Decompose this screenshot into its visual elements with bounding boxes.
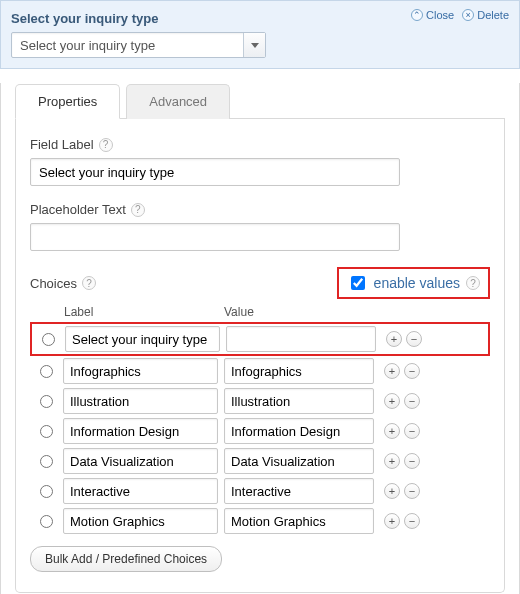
choice-default-radio[interactable] — [40, 365, 53, 378]
remove-choice-button[interactable]: − — [404, 513, 420, 529]
placeholder-row: Placeholder Text ? — [30, 202, 490, 251]
choice-value-input[interactable] — [226, 326, 376, 352]
choices-section: Choices ? enable values ? Label Value +−… — [30, 267, 490, 572]
choice-value-input[interactable] — [224, 388, 374, 414]
preview-dropdown-value: Select your inquiry type — [12, 38, 243, 53]
choice-default-radio[interactable] — [40, 455, 53, 468]
choice-value-input[interactable] — [224, 448, 374, 474]
choice-columns: Label Value — [30, 305, 490, 319]
choices-title: Choices — [30, 276, 77, 291]
field-label-input[interactable] — [30, 158, 400, 186]
choice-default-radio[interactable] — [40, 515, 53, 528]
tab-content-properties: Field Label ? Placeholder Text ? Choices… — [15, 119, 505, 593]
choice-label-input[interactable] — [65, 326, 220, 352]
add-choice-button[interactable]: + — [386, 331, 402, 347]
add-choice-button[interactable]: + — [384, 423, 400, 439]
help-icon[interactable]: ? — [466, 276, 480, 290]
delete-label: Delete — [477, 9, 509, 21]
panel-title: Select your inquiry type — [11, 11, 158, 26]
tab-advanced[interactable]: Advanced — [126, 84, 230, 119]
add-choice-button[interactable]: + — [384, 363, 400, 379]
choice-label-input[interactable] — [63, 418, 218, 444]
delete-button[interactable]: × Delete — [462, 9, 509, 21]
remove-choice-button[interactable]: − — [404, 423, 420, 439]
remove-choice-button[interactable]: − — [404, 483, 420, 499]
field-label-title: Field Label — [30, 137, 94, 152]
choice-row-actions: +− — [384, 483, 420, 499]
col-label-header: Label — [64, 305, 224, 319]
close-icon: × — [462, 9, 474, 21]
choice-row-actions: +− — [384, 423, 420, 439]
caret-up-icon: ⌃ — [411, 9, 423, 21]
choice-label-input[interactable] — [63, 448, 218, 474]
choice-row-actions: +− — [386, 331, 422, 347]
panel-actions: ⌃ Close × Delete — [411, 9, 509, 21]
placeholder-input[interactable] — [30, 223, 400, 251]
remove-choice-button[interactable]: − — [404, 363, 420, 379]
placeholder-title-wrap: Placeholder Text ? — [30, 202, 490, 217]
choice-row: +− — [30, 386, 490, 416]
choice-value-input[interactable] — [224, 478, 374, 504]
choice-row-actions: +− — [384, 393, 420, 409]
choice-label-input[interactable] — [63, 358, 218, 384]
choice-row: +− — [30, 446, 490, 476]
config-body: Properties Advanced Field Label ? Placeh… — [0, 83, 520, 594]
tab-properties[interactable]: Properties — [15, 84, 120, 119]
close-button[interactable]: ⌃ Close — [411, 9, 454, 21]
field-config-panel: Select your inquiry type ⌃ Close × Delet… — [0, 0, 520, 69]
help-icon[interactable]: ? — [82, 276, 96, 290]
choice-row-actions: +− — [384, 363, 420, 379]
choice-default-radio[interactable] — [40, 395, 53, 408]
preview-dropdown[interactable]: Select your inquiry type — [11, 32, 266, 58]
choice-default-radio[interactable] — [40, 425, 53, 438]
choice-value-input[interactable] — [224, 358, 374, 384]
choice-value-input[interactable] — [224, 508, 374, 534]
bulk-add-button[interactable]: Bulk Add / Predefined Choices — [30, 546, 222, 572]
remove-choice-button[interactable]: − — [404, 393, 420, 409]
chevron-down-icon — [243, 33, 265, 57]
choice-row: +− — [30, 476, 490, 506]
choice-list: +−+−+−+−+−+−+− — [30, 322, 490, 536]
choice-row: +− — [30, 322, 490, 356]
choice-row-actions: +− — [384, 453, 420, 469]
choice-label-input[interactable] — [63, 508, 218, 534]
col-value-header: Value — [224, 305, 364, 319]
choice-row: +− — [30, 506, 490, 536]
enable-values-highlight: enable values ? — [337, 267, 490, 299]
enable-values-checkbox[interactable] — [351, 276, 365, 290]
add-choice-button[interactable]: + — [384, 453, 400, 469]
choice-row: +− — [30, 356, 490, 386]
field-label-row: Field Label ? — [30, 137, 490, 186]
help-icon[interactable]: ? — [99, 138, 113, 152]
remove-choice-button[interactable]: − — [406, 331, 422, 347]
choice-label-input[interactable] — [63, 388, 218, 414]
enable-values-label: enable values — [374, 275, 460, 291]
choices-header: Choices ? enable values ? — [30, 267, 490, 299]
tab-bar: Properties Advanced — [15, 83, 505, 119]
placeholder-title: Placeholder Text — [30, 202, 126, 217]
add-choice-button[interactable]: + — [384, 393, 400, 409]
choice-default-radio[interactable] — [40, 485, 53, 498]
choice-label-input[interactable] — [63, 478, 218, 504]
field-label-title-wrap: Field Label ? — [30, 137, 490, 152]
choice-row: +− — [30, 416, 490, 446]
choice-default-radio[interactable] — [42, 333, 55, 346]
help-icon[interactable]: ? — [131, 203, 145, 217]
add-choice-button[interactable]: + — [384, 483, 400, 499]
panel-header: Select your inquiry type ⌃ Close × Delet… — [11, 9, 509, 32]
add-choice-button[interactable]: + — [384, 513, 400, 529]
close-label: Close — [426, 9, 454, 21]
choice-value-input[interactable] — [224, 418, 374, 444]
choices-title-wrap: Choices ? — [30, 276, 96, 291]
choice-row-actions: +− — [384, 513, 420, 529]
remove-choice-button[interactable]: − — [404, 453, 420, 469]
